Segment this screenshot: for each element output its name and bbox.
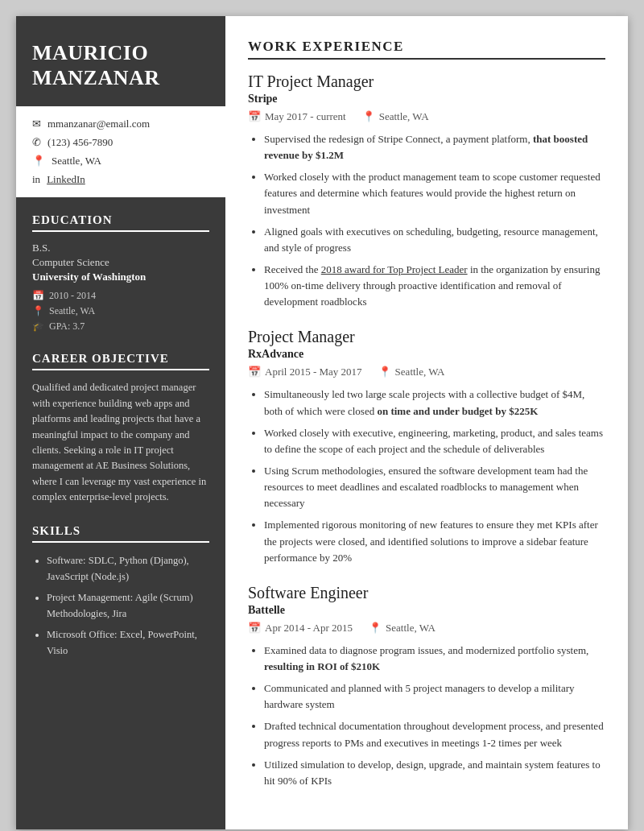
list-item: Examined data to diagnose program issues… xyxy=(264,643,605,675)
main-content: WORK EXPERIENCE IT Project Manager Strip… xyxy=(225,16,628,829)
list-item: Supervised the redesign of Stripe Connec… xyxy=(264,131,605,163)
edu-institution: University of Washington xyxy=(32,271,209,283)
location-item: 📍 Seattle, WA xyxy=(32,155,209,167)
candidate-name: MAURICIOMANZANAR xyxy=(32,40,209,90)
phone-item: ✆ (123) 456-7890 xyxy=(32,136,209,149)
work-experience-title: WORK EXPERIENCE xyxy=(248,39,605,60)
linkedin-item[interactable]: in LinkedIn xyxy=(32,173,209,186)
job-company-3: Battelle xyxy=(248,604,605,617)
list-item: Worked closely with executive, engineeri… xyxy=(264,425,605,457)
job-title-2: Project Manager xyxy=(248,328,605,346)
job-block-software-engineer: Software Engineer Battelle 📅 Apr 2014 - … xyxy=(248,584,605,789)
calendar-icon: 📅 xyxy=(248,366,261,378)
list-item: Worked closely with the product manageme… xyxy=(264,169,605,217)
award-link: 2018 award for Top Project Leader xyxy=(321,263,468,275)
list-item: Communicated and planned with 5 project … xyxy=(264,680,605,713)
linkedin-link[interactable]: LinkedIn xyxy=(47,173,85,186)
job-date-2: 📅 April 2015 - May 2017 xyxy=(248,366,362,378)
bold-text: resulting in ROI of $210K xyxy=(264,660,380,672)
bold-text: on time and under budget by $225K xyxy=(377,405,538,417)
location-icon: 📍 xyxy=(32,155,45,167)
list-item: Received the 2018 award for Top Project … xyxy=(264,262,605,310)
job-block-it-project-manager: IT Project Manager Stripe 📅 May 2017 - c… xyxy=(248,72,605,310)
list-item: Simultaneously led two large scale proje… xyxy=(264,387,605,419)
calendar-icon: 📅 xyxy=(248,110,261,123)
resume-container: MAURICIOMANZANAR ✉ mmanzanar@email.com ✆… xyxy=(16,16,628,829)
job-location-2: 📍 Seattle, WA xyxy=(378,366,445,378)
list-item: Microsoft Office: Excel, PowerPoint, Vis… xyxy=(47,626,209,659)
email-item: ✉ mmanzanar@email.com xyxy=(32,118,209,130)
edu-location: 📍 Seattle, WA xyxy=(32,305,209,317)
phone-icon: ✆ xyxy=(32,136,41,149)
job-block-project-manager: Project Manager RxAdvance 📅 April 2015 -… xyxy=(248,328,605,565)
email-value: mmanzanar@email.com xyxy=(47,118,150,130)
email-icon: ✉ xyxy=(32,118,41,130)
bold-text: that boosted revenue by $1.2M xyxy=(264,133,588,161)
list-item: Project Management: Agile (Scrum) Method… xyxy=(47,589,209,622)
job-meta-3: 📅 Apr 2014 - Apr 2015 📍 Seattle, WA xyxy=(248,622,605,635)
edu-field: Computer Science xyxy=(32,256,209,269)
job-date-3: 📅 Apr 2014 - Apr 2015 xyxy=(248,622,353,635)
list-item: Software: SDLC, Python (Django), JavaScr… xyxy=(47,552,209,585)
job-bullets-1: Supervised the redesign of Stripe Connec… xyxy=(248,131,605,310)
location-icon: 📍 xyxy=(362,110,375,123)
job-title-3: Software Engineer xyxy=(248,584,605,602)
education-title: EDUCATION xyxy=(32,213,209,232)
career-objective-section: CAREER OBJECTIVE Qualified and dedicated… xyxy=(32,352,209,505)
education-section: EDUCATION B.S. Computer Science Universi… xyxy=(32,213,209,333)
calendar-icon: 📅 xyxy=(32,290,44,302)
location-value: Seattle, WA xyxy=(52,155,101,167)
linkedin-icon: in xyxy=(32,173,40,186)
sidebar: MAURICIOMANZANAR ✉ mmanzanar@email.com ✆… xyxy=(16,16,225,829)
edu-gpa: 🎓 GPA: 3.7 xyxy=(32,320,209,333)
job-location-1: 📍 Seattle, WA xyxy=(362,110,429,123)
career-objective-text: Qualified and dedicated project manager … xyxy=(32,380,209,505)
location-icon: 📍 xyxy=(378,366,391,378)
list-item: Implemented rigorous monitoring of new f… xyxy=(264,517,605,565)
job-company-2: RxAdvance xyxy=(248,348,605,361)
list-item: Utilized simulation to develop, design, … xyxy=(264,757,605,789)
job-title-1: IT Project Manager xyxy=(248,72,605,91)
location-icon: 📍 xyxy=(369,622,382,635)
job-location-3: 📍 Seattle, WA xyxy=(369,622,436,635)
phone-value: (123) 456-7890 xyxy=(47,136,113,149)
job-bullets-2: Simultaneously led two large scale proje… xyxy=(248,387,605,565)
career-objective-title: CAREER OBJECTIVE xyxy=(32,352,209,370)
gpa-icon: 🎓 xyxy=(32,320,44,333)
job-date-1: 📅 May 2017 - current xyxy=(248,110,346,123)
skills-list: Software: SDLC, Python (Django), JavaScr… xyxy=(32,552,209,659)
job-bullets-3: Examined data to diagnose program issues… xyxy=(248,643,605,789)
job-meta-2: 📅 April 2015 - May 2017 📍 Seattle, WA xyxy=(248,366,605,378)
contact-section: ✉ mmanzanar@email.com ✆ (123) 456-7890 📍… xyxy=(16,106,225,197)
edu-location-icon: 📍 xyxy=(32,305,44,317)
skills-title: SKILLS xyxy=(32,524,209,543)
job-company-1: Stripe xyxy=(248,93,605,105)
edu-years: 📅 2010 - 2014 xyxy=(32,290,209,302)
job-meta-1: 📅 May 2017 - current 📍 Seattle, WA xyxy=(248,110,605,123)
list-item: Using Scrum methodologies, ensured the s… xyxy=(264,463,605,511)
calendar-icon: 📅 xyxy=(248,622,261,635)
edu-degree: B.S. xyxy=(32,242,209,254)
list-item: Drafted technical documentation througho… xyxy=(264,718,605,750)
list-item: Aligned goals with executives on schedul… xyxy=(264,224,605,256)
skills-section: SKILLS Software: SDLC, Python (Django), … xyxy=(32,524,209,659)
